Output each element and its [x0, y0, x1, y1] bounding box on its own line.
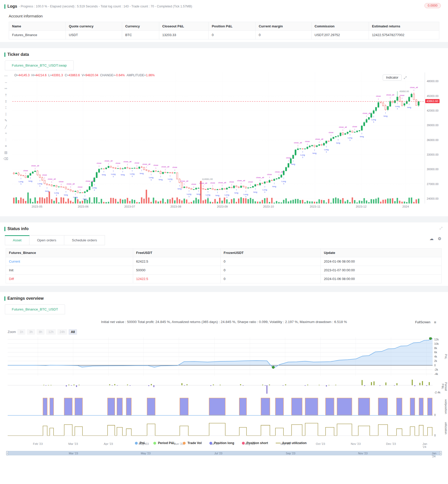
- account-cell: 12422.575478277002: [369, 31, 439, 39]
- account-cell: BTC: [122, 31, 159, 39]
- svg-text:↑: ↑: [198, 189, 199, 192]
- export-cloud-icon[interactable]: ☁: [430, 236, 434, 241]
- price-line-icon[interactable]: ⌶: [5, 106, 7, 109]
- delete-icon[interactable]: ⌫: [4, 157, 8, 160]
- ohlc-label: AMPLITUDE=: [126, 73, 146, 77]
- chart-menu-icon[interactable]: ≡: [434, 320, 436, 324]
- svg-text:↓: ↓: [155, 166, 157, 169]
- svg-text:8k: 8k: [434, 347, 437, 350]
- svg-text:Long: Long: [54, 192, 59, 194]
- svg-text:close_all: close_all: [386, 94, 394, 96]
- earnings-overview-title: Earnings overview: [7, 296, 44, 301]
- svg-text:close: close: [267, 173, 272, 176]
- fullscreen-button[interactable]: FullScreen: [415, 320, 430, 324]
- svg-text:↓: ↓: [117, 164, 119, 167]
- last-price-badge: 43863.60: [425, 99, 440, 103]
- pencil-icon[interactable]: ✎: [5, 119, 7, 122]
- svg-text:long: long: [140, 172, 144, 175]
- navigator-right-handle[interactable]: [440, 451, 442, 455]
- account-cell: 0: [255, 31, 311, 39]
- dots-icon[interactable]: ⋮: [4, 138, 8, 141]
- tab-open-orders[interactable]: Open orders: [29, 235, 64, 245]
- time-tick-label: 2023-09: [217, 205, 228, 208]
- svg-text:close: close: [286, 157, 291, 159]
- levels-icon[interactable]: ≡: [5, 144, 7, 148]
- status-cell: 12422.5: [133, 275, 220, 283]
- indicator-button[interactable]: Indicator: [383, 74, 402, 81]
- grid-icon[interactable]: ▤: [4, 151, 7, 154]
- zoom-button-1h[interactable]: 1h: [17, 329, 25, 335]
- earnings-panel-0[interactable]: 12k10k8k6k4k2k0-2k-4k: [8, 337, 442, 376]
- wave-icon[interactable]: ≈: [5, 132, 7, 135]
- time-tick-label: 2023-07: [124, 205, 135, 208]
- svg-text:1: 1: [132, 175, 133, 177]
- legend-item-position-short[interactable]: Position short: [242, 441, 268, 445]
- svg-text:↓: ↓: [146, 165, 147, 168]
- status-row-label[interactable]: Current: [6, 257, 133, 266]
- svg-text:↓: ↓: [330, 133, 332, 136]
- svg-text:↓: ↓: [165, 168, 166, 171]
- earnings-panel-2[interactable]: 0: [8, 397, 442, 416]
- range-navigator[interactable]: Mar '23May '23Jul '23Sep '23Nov '23Jan '…: [6, 451, 442, 455]
- zoom-button-all[interactable]: All: [69, 329, 77, 335]
- legend-item-position-long[interactable]: Position long: [209, 441, 234, 445]
- legend-item-asset-utilization[interactable]: Asset utilization: [276, 441, 307, 445]
- price-tick-label: 24000.00: [427, 197, 439, 200]
- svg-text:124581.00: 124581.00: [202, 178, 213, 180]
- tab-schedule-orders[interactable]: Schedule orders: [64, 235, 105, 245]
- svg-text:Long: Long: [187, 193, 191, 195]
- earnings-panel-3[interactable]: 0: [8, 420, 442, 437]
- svg-text:close: close: [59, 180, 64, 183]
- account-col-header: Closeout P&L: [159, 22, 209, 31]
- collapse-section-icon[interactable]: ⤢: [440, 226, 442, 230]
- svg-text:long: long: [234, 192, 238, 194]
- svg-text:↑: ↑: [122, 170, 124, 173]
- svg-text:↑: ↑: [84, 194, 86, 197]
- legend-marker: [183, 442, 186, 445]
- status-col-header: Futures_Binance: [6, 249, 133, 257]
- chart-legend: PnLPeriod P&LTrade VolPosition longPosit…: [8, 441, 434, 445]
- crosshair-icon[interactable]: ↔: [4, 80, 8, 84]
- svg-text:1: 1: [226, 196, 228, 198]
- earnings-panel-1[interactable]: -2.4k: [8, 379, 442, 394]
- svg-text:1: 1: [245, 196, 247, 198]
- cross-line-icon[interactable]: ‡: [5, 100, 7, 103]
- earnings-charts[interactable]: 12k10k8k6k4k2k0-2k-4k-2.4k00PnLPeriod P&…: [8, 337, 448, 437]
- panel-axis-title: vol/position: [443, 397, 447, 416]
- tab-asset[interactable]: Asset: [5, 235, 29, 245]
- svg-text:↑: ↑: [283, 177, 284, 180]
- candlestick-chart[interactable]: —↔⇿†‡⌶∣✎╱≈⋮≡▤⌫ O=44145.3H=44214.6L=43391…: [0, 72, 448, 214]
- vertical-line-icon[interactable]: †: [5, 93, 7, 96]
- tab-earnings-symbol[interactable]: Futures_Binance_BTC_USDT: [5, 304, 65, 314]
- trend-line-icon[interactable]: ╱: [5, 125, 7, 128]
- candlestick-plot[interactable]: 124581.0045950.00↑Long1↑long↑Long1↑long↑…: [12, 72, 424, 203]
- cursor-icon[interactable]: —: [4, 74, 8, 77]
- navigator-left-handle[interactable]: [6, 451, 8, 455]
- svg-text:4k: 4k: [434, 355, 437, 358]
- final-pnl-marker: [429, 337, 432, 340]
- section-divider: [0, 42, 448, 48]
- status-cell: 50000: [133, 266, 220, 275]
- svg-text:Long: Long: [206, 194, 210, 196]
- legend-item-pnl[interactable]: PnL: [135, 441, 146, 445]
- earnings-summary: Initial net value : 50000 Total profit: …: [0, 320, 448, 324]
- tab-ticker-symbol[interactable]: Futures_Binance_BTC_USDT:swap: [5, 60, 74, 70]
- svg-text:1: 1: [349, 139, 351, 141]
- settings-gear-icon[interactable]: ⚙: [438, 236, 441, 241]
- legend-item-trade-vol[interactable]: Trade Vol: [183, 441, 201, 445]
- legend-marker: [242, 442, 245, 445]
- price-tick-label: 27000.00: [427, 182, 439, 186]
- legend-item-period-p-l[interactable]: Period P&L: [153, 441, 175, 445]
- chart-drawing-toolbar: —↔⇿†‡⌶∣✎╱≈⋮≡▤⌫: [0, 73, 12, 160]
- svg-text:↓: ↓: [366, 114, 367, 117]
- zoom-button-3h[interactable]: 3h: [27, 329, 35, 335]
- zoom-button-8h[interactable]: 8h: [37, 329, 45, 335]
- zoom-button-12h[interactable]: 12h: [46, 329, 56, 335]
- horizontal-ray-icon[interactable]: ⇿: [5, 87, 7, 90]
- svg-text:↓: ↓: [51, 180, 52, 183]
- svg-text:↑: ↑: [160, 175, 162, 178]
- expand-chart-icon[interactable]: ⤢: [404, 76, 407, 80]
- zoom-button-24h[interactable]: 24h: [57, 329, 67, 335]
- svg-text:close_all: close_all: [48, 178, 56, 180]
- segment-icon[interactable]: ∣: [5, 112, 7, 116]
